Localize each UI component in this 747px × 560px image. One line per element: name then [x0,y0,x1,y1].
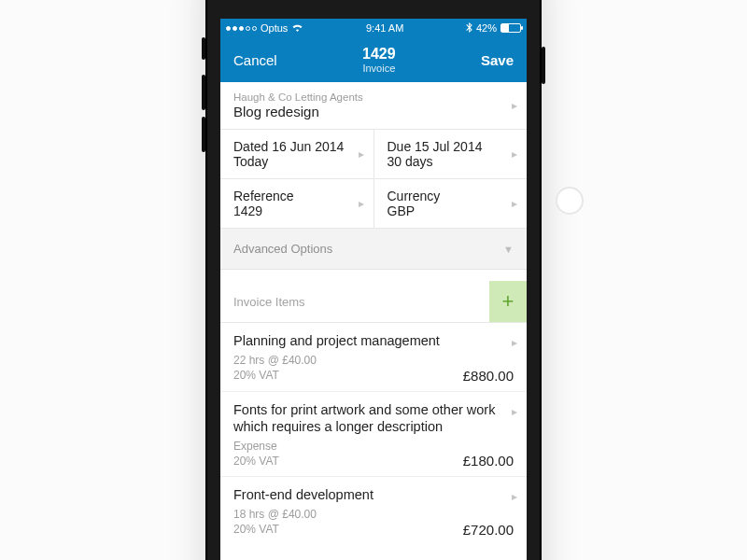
client-row[interactable]: Haugh & Co Letting Agents Blog redesign … [220,82,527,130]
nav-bar: Cancel 1429 Invoice Save [220,37,527,82]
cancel-button[interactable]: Cancel [233,52,277,68]
chevron-right-icon: ▸ [512,405,517,418]
item-price: £180.00 [463,453,514,469]
wifi-icon [291,22,303,34]
item-title: Front-end development [233,486,514,503]
annotation-circle [556,187,584,215]
battery-icon [500,23,521,33]
power-button [542,47,545,84]
section-gap [220,270,527,281]
invoice-subtitle: Invoice [362,63,396,74]
item-title: Planning and project management [233,332,514,349]
chevron-right-icon: ▸ [359,197,364,210]
phone-frame: Optus 9:41 AM 42% Cancel 1429 Invoice Sa… [205,0,542,560]
plus-icon: + [502,289,514,314]
nav-title: 1429 Invoice [362,46,396,74]
currency-value: GBP [388,203,514,218]
project-name: Blog redesign [233,104,514,119]
carrier-label: Optus [261,22,288,34]
screen: Optus 9:41 AM 42% Cancel 1429 Invoice Sa… [220,19,527,560]
battery-pct: 42% [476,22,497,34]
volume-up-button [202,75,205,110]
chevron-right-icon: ▸ [512,336,517,349]
chevron-right-icon: ▸ [512,490,517,503]
due-value: 30 days [388,154,514,169]
chevron-right-icon: ▸ [512,147,517,161]
dated-cell[interactable]: Dated 16 Jun 2014 Today ▸ [220,130,374,178]
invoice-item[interactable]: Fonts for print artwork and some other w… [220,392,527,478]
invoice-items-header: Invoice Items + [220,281,527,323]
reference-value: 1429 [233,203,360,218]
invoice-item[interactable]: Planning and project management 22 hrs @… [220,323,527,392]
item-price: £720.00 [463,522,514,538]
invoice-number: 1429 [362,46,396,63]
reference-label: Reference [233,189,360,203]
clock: 9:41 AM [366,22,403,34]
chevron-right-icon: ▸ [359,147,364,161]
mute-switch [202,37,205,60]
invoice-items-label: Invoice Items [233,282,305,322]
chevron-right-icon: ▸ [512,99,517,112]
dated-label: Dated 16 Jun 2014 [233,139,360,154]
chevron-down-icon: ▼ [503,244,514,255]
volume-down-button [202,117,205,152]
chevron-right-icon: ▸ [512,197,517,210]
due-label: Due 15 Jul 2014 [388,139,514,154]
save-button[interactable]: Save [481,52,514,68]
advanced-options-label: Advanced Options [233,242,332,256]
add-item-button[interactable]: + [489,281,527,322]
currency-label: Currency [388,189,514,203]
signal-dots-icon [226,26,257,31]
due-cell[interactable]: Due 15 Jul 2014 30 days ▸ [374,130,528,178]
client-name: Haugh & Co Letting Agents [233,91,514,103]
advanced-options-row[interactable]: Advanced Options ▼ [220,229,527,270]
dated-value: Today [233,154,360,169]
reference-cell[interactable]: Reference 1429 ▸ [220,179,374,228]
item-title: Fonts for print artwork and some other w… [233,401,514,435]
item-price: £880.00 [463,368,514,384]
currency-cell[interactable]: Currency GBP ▸ [374,179,528,228]
invoice-item[interactable]: Front-end development 18 hrs @ £40.00 20… [220,477,527,545]
status-bar: Optus 9:41 AM 42% [220,19,527,37]
bluetooth-icon [466,22,472,35]
content-scroll[interactable]: Haugh & Co Letting Agents Blog redesign … [220,82,527,560]
